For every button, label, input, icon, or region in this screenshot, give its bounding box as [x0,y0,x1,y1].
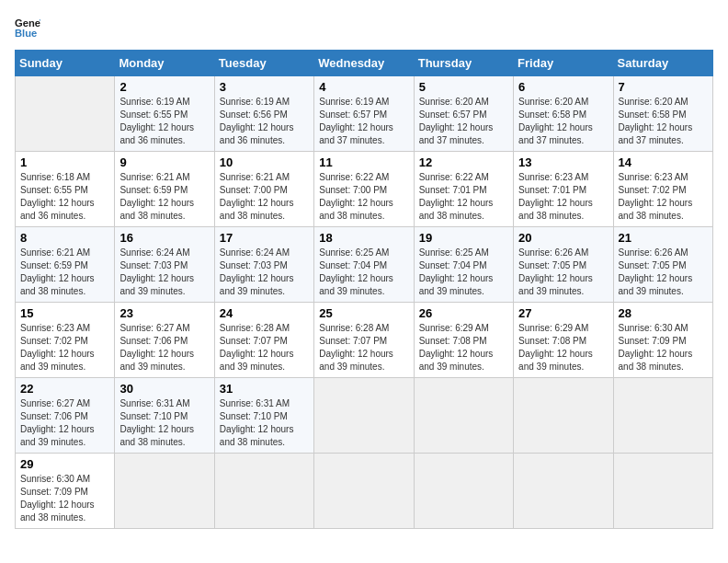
calendar-cell-empty [314,454,414,529]
day-number: 23 [119,306,209,320]
col-header-saturday: Saturday [613,51,712,76]
calendar-cell-day-16: 16 Sunrise: 6:24 AM Sunset: 7:03 PM Dayl… [115,227,214,303]
calendar-cell-day-31: 31 Sunrise: 6:31 AM Sunset: 7:10 PM Dayl… [214,378,313,454]
calendar-cell-empty [314,378,414,454]
day-detail: Sunrise: 6:19 AM Sunset: 6:57 PM Dayligh… [319,96,408,147]
day-detail: Sunrise: 6:20 AM Sunset: 6:58 PM Dayligh… [518,96,608,147]
day-number: 30 [119,382,209,396]
day-number: 13 [518,155,608,169]
day-number: 31 [220,382,309,396]
day-detail: Sunrise: 6:28 AM Sunset: 7:07 PM Dayligh… [319,322,408,373]
day-detail: Sunrise: 6:22 AM Sunset: 7:00 PM Dayligh… [319,171,408,223]
calendar-cell-day-25: 25 Sunrise: 6:28 AM Sunset: 7:07 PM Dayl… [314,303,414,378]
logo-icon: General Blue [15,15,40,40]
day-number: 19 [419,231,508,245]
logo: General Blue [15,15,46,40]
calendar-cell-empty [414,378,513,454]
calendar-cell-empty [414,454,513,529]
day-detail: Sunrise: 6:25 AM Sunset: 7:04 PM Dayligh… [319,247,408,298]
day-number: 11 [319,155,408,169]
day-detail: Sunrise: 6:31 AM Sunset: 7:10 PM Dayligh… [119,397,209,449]
day-detail: Sunrise: 6:26 AM Sunset: 7:05 PM Dayligh… [619,247,708,298]
svg-text:General: General [15,17,40,29]
day-detail: Sunrise: 6:19 AM Sunset: 6:55 PM Dayligh… [119,96,209,147]
day-detail: Sunrise: 6:25 AM Sunset: 7:04 PM Dayligh… [419,247,508,298]
calendar-cell-day-21: 21 Sunrise: 6:26 AM Sunset: 7:05 PM Dayl… [613,227,712,303]
calendar-header-row: SundayMondayTuesdayWednesdayThursdayFrid… [16,51,713,76]
calendar-cell-day-18: 18 Sunrise: 6:25 AM Sunset: 7:04 PM Dayl… [314,227,414,303]
day-number: 17 [220,231,309,245]
col-header-tuesday: Tuesday [214,51,313,76]
day-detail: Sunrise: 6:23 AM Sunset: 7:02 PM Dayligh… [619,171,708,223]
day-detail: Sunrise: 6:26 AM Sunset: 7:05 PM Dayligh… [518,247,608,298]
calendar-body: 2 Sunrise: 6:19 AM Sunset: 6:55 PM Dayli… [16,76,713,529]
col-header-thursday: Thursday [414,51,513,76]
calendar-cell-day-3: 3 Sunrise: 6:19 AM Sunset: 6:56 PM Dayli… [214,76,313,152]
day-detail: Sunrise: 6:19 AM Sunset: 6:56 PM Dayligh… [220,96,309,147]
calendar-cell-empty [214,454,313,529]
calendar-cell-day-15: 15 Sunrise: 6:23 AM Sunset: 7:02 PM Dayl… [16,303,115,378]
day-number: 27 [518,306,608,320]
day-detail: Sunrise: 6:31 AM Sunset: 7:10 PM Dayligh… [220,397,309,449]
calendar-cell-empty [115,454,214,529]
calendar-week-4: 15 Sunrise: 6:23 AM Sunset: 7:02 PM Dayl… [16,303,713,378]
col-header-sunday: Sunday [16,51,115,76]
day-detail: Sunrise: 6:29 AM Sunset: 7:08 PM Dayligh… [518,322,608,373]
calendar-cell-day-28: 28 Sunrise: 6:30 AM Sunset: 7:09 PM Dayl… [613,303,712,378]
calendar-cell-empty [613,378,712,454]
day-detail: Sunrise: 6:24 AM Sunset: 7:03 PM Dayligh… [220,247,309,298]
calendar-cell-empty [514,454,613,529]
calendar-cell-day-7: 7 Sunrise: 6:20 AM Sunset: 6:58 PM Dayli… [613,76,712,152]
day-detail: Sunrise: 6:21 AM Sunset: 6:59 PM Dayligh… [20,247,109,298]
calendar-cell-day-24: 24 Sunrise: 6:28 AM Sunset: 7:07 PM Dayl… [214,303,313,378]
day-number: 20 [518,231,608,245]
day-detail: Sunrise: 6:24 AM Sunset: 7:03 PM Dayligh… [119,247,209,298]
calendar-week-5: 22 Sunrise: 6:27 AM Sunset: 7:06 PM Dayl… [16,378,713,454]
day-number: 9 [119,155,209,169]
day-detail: Sunrise: 6:27 AM Sunset: 7:06 PM Dayligh… [119,322,209,373]
day-number: 25 [319,306,408,320]
day-detail: Sunrise: 6:30 AM Sunset: 7:09 PM Dayligh… [20,473,109,524]
calendar-cell-day-13: 13 Sunrise: 6:23 AM Sunset: 7:01 PM Dayl… [514,152,613,227]
day-detail: Sunrise: 6:21 AM Sunset: 7:00 PM Dayligh… [220,171,309,223]
calendar-cell-day-29: 29 Sunrise: 6:30 AM Sunset: 7:09 PM Dayl… [16,454,115,529]
header: General Blue [15,15,713,40]
day-detail: Sunrise: 6:21 AM Sunset: 6:59 PM Dayligh… [119,171,209,223]
day-number: 15 [20,306,109,320]
day-number: 24 [220,306,309,320]
day-number: 8 [20,231,109,245]
day-number: 5 [419,80,508,94]
calendar-week-6: 29 Sunrise: 6:30 AM Sunset: 7:09 PM Dayl… [16,454,713,529]
day-detail: Sunrise: 6:27 AM Sunset: 7:06 PM Dayligh… [20,397,109,449]
calendar-cell-day-9: 9 Sunrise: 6:21 AM Sunset: 6:59 PM Dayli… [115,152,214,227]
calendar-cell-day-8: 8 Sunrise: 6:21 AM Sunset: 6:59 PM Dayli… [16,227,115,303]
day-number: 14 [619,155,708,169]
calendar-cell-day-19: 19 Sunrise: 6:25 AM Sunset: 7:04 PM Dayl… [414,227,513,303]
day-detail: Sunrise: 6:29 AM Sunset: 7:08 PM Dayligh… [419,322,508,373]
calendar-cell-day-20: 20 Sunrise: 6:26 AM Sunset: 7:05 PM Dayl… [514,227,613,303]
day-detail: Sunrise: 6:28 AM Sunset: 7:07 PM Dayligh… [220,322,309,373]
day-number: 18 [319,231,408,245]
day-number: 10 [220,155,309,169]
calendar-week-1: 2 Sunrise: 6:19 AM Sunset: 6:55 PM Dayli… [16,76,713,152]
calendar-week-3: 8 Sunrise: 6:21 AM Sunset: 6:59 PM Dayli… [16,227,713,303]
day-number: 6 [518,80,608,94]
day-detail: Sunrise: 6:23 AM Sunset: 7:02 PM Dayligh… [20,322,109,373]
day-detail: Sunrise: 6:30 AM Sunset: 7:09 PM Dayligh… [619,322,708,373]
calendar-cell-day-1: 1 Sunrise: 6:18 AM Sunset: 6:55 PM Dayli… [16,152,115,227]
calendar-cell-day-10: 10 Sunrise: 6:21 AM Sunset: 7:00 PM Dayl… [214,152,313,227]
day-number: 26 [419,306,508,320]
calendar-week-2: 1 Sunrise: 6:18 AM Sunset: 6:55 PM Dayli… [16,152,713,227]
day-number: 21 [619,231,708,245]
calendar-cell-empty [613,454,712,529]
day-detail: Sunrise: 6:23 AM Sunset: 7:01 PM Dayligh… [518,171,608,223]
calendar-cell-day-5: 5 Sunrise: 6:20 AM Sunset: 6:57 PM Dayli… [414,76,513,152]
calendar-cell-day-30: 30 Sunrise: 6:31 AM Sunset: 7:10 PM Dayl… [115,378,214,454]
calendar-cell-day-4: 4 Sunrise: 6:19 AM Sunset: 6:57 PM Dayli… [314,76,414,152]
calendar-cell-day-12: 12 Sunrise: 6:22 AM Sunset: 7:01 PM Dayl… [414,152,513,227]
col-header-monday: Monday [115,51,214,76]
day-number: 3 [220,80,309,94]
calendar-cell-empty [514,378,613,454]
day-detail: Sunrise: 6:20 AM Sunset: 6:57 PM Dayligh… [419,96,508,147]
calendar-cell-day-27: 27 Sunrise: 6:29 AM Sunset: 7:08 PM Dayl… [514,303,613,378]
